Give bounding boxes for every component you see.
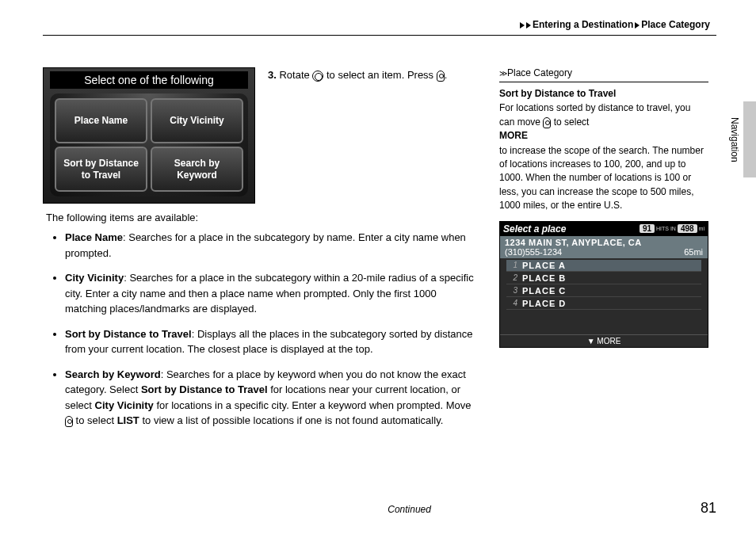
nav-screenshot-results: Select a place 91 HITS IN 498 mi 1234 MA…: [499, 221, 708, 348]
hits-count: 91: [640, 224, 655, 233]
result-row: 4PLACE D: [506, 298, 701, 310]
rotate-dial-icon: [312, 71, 323, 82]
info-title: Sort by Distance to Travel: [499, 87, 708, 101]
breadcrumb-a: Entering a Destination: [533, 19, 633, 30]
chevron-right-icon: [635, 22, 640, 29]
info-box: Sort by Distance to Travel For locations…: [499, 82, 708, 213]
intro-text: The following items are available:: [46, 212, 477, 223]
more-button: ▼ MORE: [500, 334, 708, 347]
nav-btn-place-name: Place Name: [55, 98, 147, 143]
section-tab-label: Navigation: [729, 117, 740, 162]
section-tab: [743, 101, 756, 177]
double-chevron-icon: ≫: [499, 69, 505, 78]
radius-value: 498: [678, 224, 697, 233]
result-phone: (310)555-1234: [505, 247, 562, 257]
sidebar-crumb: ≫Place Category: [499, 67, 708, 78]
step-3: 3. Rotate to select an item. Press .: [268, 67, 447, 204]
nav-btn-sort-distance: Sort by Distance to Travel: [55, 147, 147, 192]
header-rule: [43, 35, 716, 36]
hits-label: HITS IN: [656, 226, 676, 231]
results-title: Select a place: [503, 223, 566, 235]
list-item: Sort by Distance to Travel: Displays all…: [65, 326, 477, 357]
nav-btn-search-keyword: Search by Keyword: [151, 147, 243, 192]
breadcrumb: Entering a DestinationPlace Category: [43, 19, 716, 30]
list-item: Search by Keyword: Searches for a place …: [65, 367, 477, 429]
chevron-right-icon: [520, 22, 525, 29]
nav-screenshot-select: Select one of the following Place Name C…: [43, 67, 255, 204]
radius-unit: mi: [699, 226, 704, 231]
list-item: Place Name: Searches for a place in the …: [65, 230, 477, 261]
result-distance: 65mi: [684, 247, 703, 257]
chevron-right-icon: [526, 22, 531, 29]
breadcrumb-b: Place Category: [641, 19, 710, 30]
continued-label: Continued: [388, 504, 431, 515]
step-number: 3.: [268, 69, 277, 81]
list-item: City Vicinity: Searches for a place in t…: [65, 270, 477, 317]
enter-button-icon: [437, 71, 445, 82]
options-list: Place Name: Searches for a place in the …: [43, 230, 477, 429]
nav-screen-title: Select one of the following: [50, 71, 248, 89]
nav-btn-city-vicinity: City Vicinity: [151, 98, 243, 143]
result-row: 1PLACE A: [506, 260, 701, 272]
result-address: 1234 MAIN ST, ANYPLACE, CA: [505, 238, 703, 247]
result-row: 3PLACE C: [506, 285, 701, 297]
move-selector-icon: [65, 416, 73, 427]
move-selector-icon: [543, 117, 551, 128]
result-row: 2PLACE B: [506, 273, 701, 284]
page-number: 81: [701, 500, 716, 517]
